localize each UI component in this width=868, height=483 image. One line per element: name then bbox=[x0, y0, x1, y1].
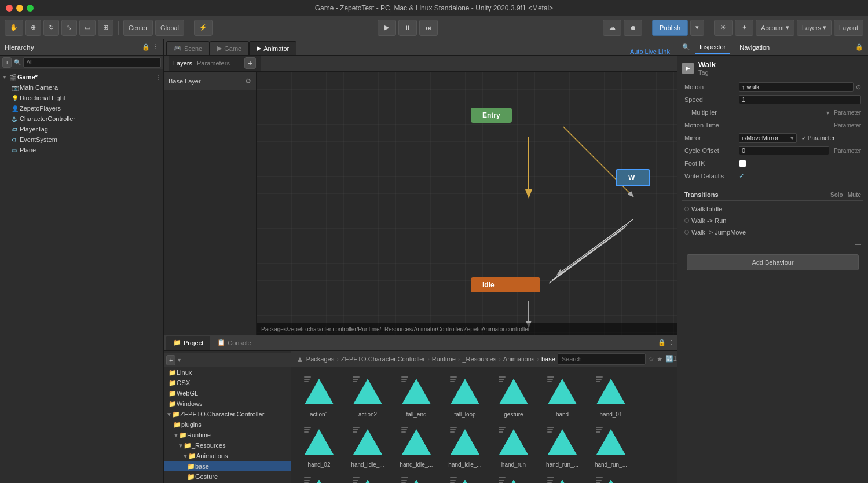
asset-item-hand_run____[interactable]: hand_run_... bbox=[296, 473, 342, 483]
menu-icon[interactable]: ⋮ bbox=[152, 43, 159, 51]
asset-item-gesture[interactable]: gesture bbox=[490, 372, 537, 420]
hierarchy-item-game[interactable]: ▼ 🎬 Game* ⋮ bbox=[0, 72, 163, 82]
hierarchy-item-zepetoplayers[interactable]: 👤 ZepetoPlayers bbox=[0, 103, 163, 114]
asset-item-idle[interactable]: idle bbox=[345, 473, 391, 483]
publish-button[interactable]: Publish bbox=[652, 20, 688, 36]
lock-icon-inspector[interactable]: 🔒 bbox=[855, 43, 863, 51]
add-asset-btn[interactable]: + bbox=[166, 355, 175, 365]
maximize-button[interactable] bbox=[27, 5, 34, 12]
state-walk[interactable]: W bbox=[616, 169, 650, 186]
record-button[interactable]: ⏺ bbox=[624, 20, 642, 36]
add-behaviour-button[interactable]: Add Behaviour bbox=[687, 254, 859, 270]
motion-field[interactable]: ↑ walk bbox=[739, 82, 854, 92]
asset-item-action2[interactable]: action2 bbox=[345, 372, 391, 420]
more-icon[interactable]: ⋮ bbox=[155, 74, 161, 80]
menu-icon-bottom[interactable]: ⋮ bbox=[668, 339, 675, 346]
lock-icon[interactable]: 🔒 bbox=[142, 43, 150, 51]
proj-item-zepeto[interactable]: ▼ 📁 ZEPETO.Character.Controller bbox=[164, 409, 291, 419]
speed-field[interactable]: 1 bbox=[739, 95, 861, 104]
asset-item-hand_run____[interactable]: hand_run_... bbox=[588, 422, 634, 470]
transition-walkrun[interactable]: Walk -> Run bbox=[682, 215, 863, 226]
layers-tab-btn[interactable]: Layers bbox=[173, 60, 192, 67]
mirror-field[interactable]: isMoveMirror ▾ bbox=[739, 133, 797, 143]
auto-live-link[interactable]: Auto Live Link bbox=[625, 48, 675, 55]
hierarchy-item-plane[interactable]: ▭ Plane bbox=[0, 145, 163, 155]
add-object-button[interactable]: + bbox=[2, 57, 12, 68]
layers-btn[interactable]: Layers▾ bbox=[797, 20, 832, 36]
lighting-btn[interactable]: ☀ bbox=[714, 20, 733, 36]
star-icon[interactable]: ★ bbox=[657, 355, 663, 363]
favorites-icon[interactable]: ☆ bbox=[648, 355, 654, 363]
asset-item-hand_02[interactable]: hand_02 bbox=[296, 422, 342, 470]
asset-item-hand_idle____[interactable]: hand_idle_... bbox=[345, 422, 391, 470]
project-tab[interactable]: 📁 Project bbox=[166, 336, 210, 350]
fx-btn[interactable]: ✦ bbox=[735, 20, 753, 36]
breadcrumb-packages[interactable]: Packages bbox=[306, 356, 334, 363]
step-button[interactable]: ⏭ bbox=[419, 20, 438, 36]
minimize-button[interactable] bbox=[16, 5, 23, 12]
tab-inspector[interactable]: Inspector bbox=[695, 41, 730, 54]
rect-tool[interactable]: ▭ bbox=[79, 20, 96, 36]
hand-tool[interactable]: ✋ bbox=[5, 20, 23, 36]
pause-button[interactable]: ⏸ bbox=[398, 20, 417, 36]
close-button[interactable] bbox=[6, 5, 13, 12]
hierarchy-item-eventsystem[interactable]: ⚙ EventSystem bbox=[0, 134, 163, 145]
transition-walkjump[interactable]: Walk -> JumpMove bbox=[682, 226, 863, 238]
tab-navigation[interactable]: Navigation bbox=[735, 41, 774, 54]
asset-item-hand_idle____[interactable]: hand_idle_... bbox=[393, 422, 440, 470]
params-tab-btn[interactable]: Parameters bbox=[197, 60, 230, 67]
universal-tool[interactable]: ⊞ bbox=[98, 20, 113, 36]
proj-item-gesture[interactable]: 📁 Gesture bbox=[164, 471, 291, 482]
account-btn[interactable]: Account▾ bbox=[756, 20, 794, 36]
pivot-center-btn[interactable]: Center bbox=[123, 20, 153, 36]
scale-tool[interactable]: ⤡ bbox=[61, 20, 77, 36]
breadcrumb-resources[interactable]: _Resources bbox=[462, 356, 496, 363]
play-button[interactable]: ▶ bbox=[378, 20, 396, 36]
asset-item-hand_01[interactable]: hand_01 bbox=[588, 372, 634, 420]
state-entry[interactable]: Entry bbox=[471, 108, 512, 123]
proj-item-resources[interactable]: ▼ 📁 _Resources bbox=[164, 440, 291, 451]
proj-item-osx[interactable]: 📁 OSX bbox=[164, 378, 291, 388]
proj-item-linux[interactable]: 📁 Linux bbox=[164, 367, 291, 378]
space-global-btn[interactable]: Global bbox=[155, 20, 184, 36]
lock-icon-bottom[interactable]: 🔒 bbox=[658, 339, 666, 346]
asset-item-jump_idle_f[interactable]: jump_idle_f bbox=[490, 473, 537, 483]
asset-item-idle_self[interactable]: idle_self bbox=[393, 473, 440, 483]
multiplier-dropdown[interactable]: ▾ bbox=[826, 109, 829, 116]
hierarchy-item-maincamera[interactable]: 📷 Main Camera bbox=[0, 82, 163, 93]
console-tab[interactable]: 📋 Console bbox=[210, 336, 258, 350]
assets-search[interactable] bbox=[558, 353, 646, 365]
foot-ik-checkbox[interactable] bbox=[739, 160, 746, 167]
hierarchy-item-directionallight[interactable]: 💡 Directional Light bbox=[0, 93, 163, 103]
asset-item-hand[interactable]: hand bbox=[539, 372, 585, 420]
hierarchy-item-playertag[interactable]: 🏷 PlayerTag bbox=[0, 124, 163, 134]
asset-item-jump_mov___[interactable]: jump_mov... bbox=[588, 473, 634, 483]
scroll-up-icon[interactable]: ▲ bbox=[296, 354, 304, 364]
asset-item-fall_loop[interactable]: fall_loop bbox=[442, 372, 488, 420]
transition-walkidle[interactable]: WalkToIdle bbox=[682, 203, 863, 215]
proj-item-runtime[interactable]: ▼ 📁 Runtime bbox=[164, 430, 291, 440]
asset-item-hand_idle____[interactable]: hand_idle_... bbox=[442, 422, 488, 470]
proj-item-animations[interactable]: ▼ 📁 Animations bbox=[164, 451, 291, 461]
add-layer-btn[interactable]: + bbox=[244, 57, 256, 69]
breadcrumb-zepeto[interactable]: ZEPETO.Character.Controller bbox=[341, 356, 425, 363]
move-tool[interactable]: ⊕ bbox=[25, 20, 41, 36]
hierarchy-search[interactable] bbox=[23, 57, 161, 68]
asset-item-hand_run____[interactable]: hand_run_... bbox=[539, 422, 585, 470]
hierarchy-item-charactercontroller[interactable]: 🕹 CharacterController bbox=[0, 114, 163, 124]
rotate-tool[interactable]: ↻ bbox=[43, 20, 59, 36]
tab-animator[interactable]: ▶ Animator bbox=[249, 41, 296, 55]
animator-canvas[interactable]: Entry W Idle P bbox=[257, 72, 677, 335]
breadcrumb-base[interactable]: base bbox=[541, 356, 555, 363]
snap-btn[interactable]: ⚡ bbox=[194, 20, 213, 36]
cycle-offset-field[interactable]: 0 bbox=[739, 146, 829, 155]
breadcrumb-runtime[interactable]: Runtime bbox=[432, 356, 456, 363]
asset-item-action1[interactable]: action1 bbox=[296, 372, 342, 420]
tab-game[interactable]: ▶ Game bbox=[210, 41, 249, 55]
proj-item-plugins[interactable]: 📁 plugins bbox=[164, 419, 291, 430]
state-idle[interactable]: Idle bbox=[471, 277, 540, 292]
asset-item-jump_idle[interactable]: jump_idle bbox=[442, 473, 488, 483]
cloud-button[interactable]: ☁ bbox=[603, 20, 621, 36]
gear-icon[interactable]: ⚙ bbox=[245, 77, 251, 85]
proj-item-base[interactable]: 📁 base bbox=[164, 461, 291, 471]
